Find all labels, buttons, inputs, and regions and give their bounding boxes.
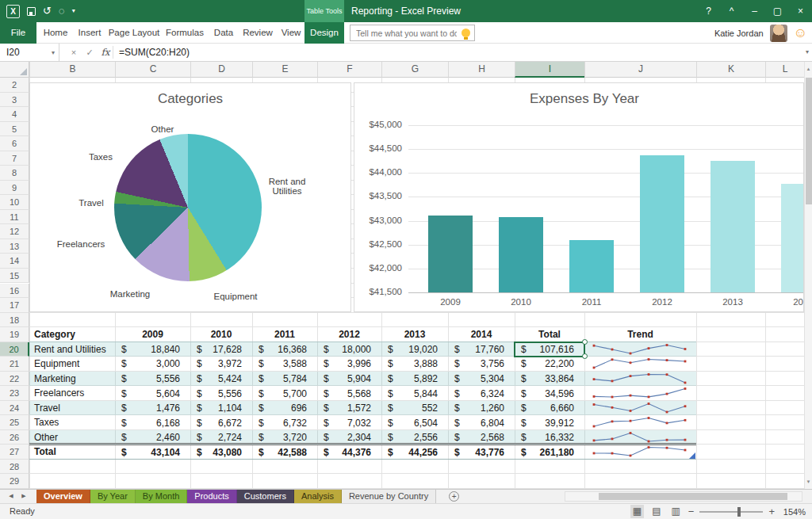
row-header-9[interactable]: 9 [0, 181, 29, 196]
row-header-26[interactable]: 26 [0, 430, 29, 445]
cell-H25[interactable]: $6,804 [448, 415, 515, 430]
formula-input[interactable]: =SUM(C20:H20) [119, 44, 190, 61]
cell-B24[interactable]: Travel [34, 401, 115, 416]
sheet-tab-revenue-by-country[interactable]: Revenue by Country [342, 490, 436, 503]
sheet-tab-overview[interactable]: Overview [36, 490, 90, 503]
cell-E20[interactable]: $16,368 [252, 342, 317, 357]
minimize-icon[interactable]: – [743, 0, 766, 22]
add-sheet-button[interactable]: + [449, 491, 459, 502]
cell-F26[interactable]: $2,304 [317, 430, 381, 445]
cell-B26[interactable]: Other [34, 430, 115, 445]
cell-H23[interactable]: $6,324 [448, 386, 515, 401]
ribbon-tab-view[interactable]: View [278, 22, 304, 44]
sparkline-row-25[interactable] [584, 415, 696, 430]
row-header-12[interactable]: 12 [0, 224, 29, 239]
row-header-6[interactable]: 6 [0, 136, 29, 151]
name-box-dropdown-icon[interactable]: ▾ [52, 49, 59, 56]
enter-icon[interactable]: ✓ [82, 44, 97, 61]
column-header-I[interactable]: I [515, 62, 584, 78]
cell-C26[interactable]: $2,460 [115, 430, 190, 445]
name-box[interactable]: I20 ▾ [0, 44, 59, 61]
column-header-H[interactable]: H [448, 62, 515, 78]
column-header-G[interactable]: G [381, 62, 448, 78]
cell-E27[interactable]: $42,588 [252, 445, 317, 460]
normal-view-icon[interactable]: ▦ [630, 505, 644, 518]
row-header-25[interactable]: 25 [0, 415, 29, 430]
selection-handle-top-right[interactable] [582, 339, 588, 345]
row-header-29[interactable]: 29 [0, 474, 29, 489]
cell-D24[interactable]: $1,104 [190, 401, 252, 416]
cell-G22[interactable]: $5,892 [381, 372, 448, 387]
row-header-22[interactable]: 22 [0, 372, 29, 387]
save-icon[interactable] [27, 7, 36, 16]
cell-H20[interactable]: $17,760 [448, 342, 515, 357]
cell-B25[interactable]: Taxes [34, 415, 115, 430]
formula-bar-expand-icon[interactable]: ▾ [806, 44, 809, 61]
page-break-preview-icon[interactable]: ▥ [668, 505, 682, 518]
cell-E22[interactable]: $5,784 [252, 372, 317, 387]
cell-E24[interactable]: $696 [252, 401, 317, 416]
cell-G23[interactable]: $5,844 [381, 386, 448, 401]
ribbon-tab-review[interactable]: Review [239, 22, 276, 44]
cell-C27[interactable]: $43,104 [115, 445, 190, 460]
row-header-19[interactable]: 19 [0, 327, 29, 342]
cell-D21[interactable]: $3,972 [190, 357, 252, 372]
cell-C22[interactable]: $5,556 [115, 372, 190, 387]
cell-G21[interactable]: $3,888 [381, 357, 448, 372]
cell-G24[interactable]: $552 [381, 401, 448, 416]
tell-me-box[interactable] [350, 25, 475, 41]
help-icon[interactable]: ? [697, 0, 720, 22]
row-header-8[interactable]: 8 [0, 166, 29, 181]
cell-I20[interactable]: $107,616 [515, 342, 584, 357]
row-header-18[interactable]: 18 [0, 313, 29, 328]
cell-D27[interactable]: $43,080 [190, 445, 252, 460]
row-header-21[interactable]: 21 [0, 357, 29, 372]
bar-chart-panel[interactable]: Expenses By Year$45,000$44,500$44,000$43… [354, 82, 804, 312]
sparkline-row-21[interactable] [584, 357, 696, 372]
row-header-16[interactable]: 16 [0, 284, 29, 299]
cell-G20[interactable]: $19,020 [381, 342, 448, 357]
pie-chart-panel[interactable]: CategoriesRent and UtilitiesEquipmentMar… [29, 82, 351, 312]
cell-I27[interactable]: $261,180 [515, 445, 584, 460]
row-header-20[interactable]: 20 [0, 342, 29, 357]
row-header-5[interactable]: 5 [0, 122, 29, 137]
cell-D20[interactable]: $17,628 [190, 342, 252, 357]
row-header-24[interactable]: 24 [0, 401, 29, 416]
sparkline-row-22[interactable] [584, 372, 696, 387]
cell-F25[interactable]: $7,032 [317, 415, 381, 430]
scroll-down-icon[interactable]: ▼ [805, 476, 812, 487]
ribbon-tab-file[interactable]: File [0, 22, 36, 44]
sheet-nav-right-icon[interactable]: ▶ [17, 490, 30, 503]
sparkline-row-24[interactable] [584, 401, 696, 416]
sheet-nav-left-icon[interactable]: ◀ [5, 490, 17, 503]
cell-H22[interactable]: $5,304 [448, 372, 515, 387]
ribbon-tab-formulas[interactable]: Formulas [162, 22, 208, 44]
sheet-tab-by-month[interactable]: By Month [136, 490, 187, 503]
zoom-in-icon[interactable]: + [768, 506, 775, 517]
row-header-27[interactable]: 27 [0, 445, 29, 460]
cell-G26[interactable]: $2,556 [381, 430, 448, 445]
column-header-F[interactable]: F [317, 62, 381, 78]
ribbon-tab-design[interactable]: Design [304, 22, 344, 44]
cell-I24[interactable]: $6,660 [515, 401, 584, 416]
cell-C20[interactable]: $18,840 [115, 342, 190, 357]
cell-E26[interactable]: $3,720 [252, 430, 317, 445]
cell-C21[interactable]: $3,000 [115, 357, 190, 372]
ribbon-display-options-icon[interactable]: ^ [720, 0, 743, 22]
zoom-slider[interactable] [699, 511, 763, 513]
row-header-2[interactable]: 2 [0, 78, 29, 93]
restore-icon[interactable]: ▢ [766, 0, 789, 22]
row-header-23[interactable]: 23 [0, 386, 29, 401]
column-header-L[interactable]: L [765, 62, 804, 78]
cell-I25[interactable]: $39,912 [515, 415, 584, 430]
row-header-3[interactable]: 3 [0, 93, 29, 108]
cell-B23[interactable]: Freelancers [34, 386, 115, 401]
row-header-11[interactable]: 11 [0, 210, 29, 225]
row-header-7[interactable]: 7 [0, 151, 29, 166]
cell-F22[interactable]: $5,904 [317, 372, 381, 387]
ribbon-tab-data[interactable]: Data [209, 22, 238, 44]
cell-H21[interactable]: $3,756 [448, 357, 515, 372]
row-header-4[interactable]: 4 [0, 107, 29, 122]
ribbon-tab-page-layout[interactable]: Page Layout [108, 22, 160, 44]
cell-F20[interactable]: $18,000 [317, 342, 381, 357]
